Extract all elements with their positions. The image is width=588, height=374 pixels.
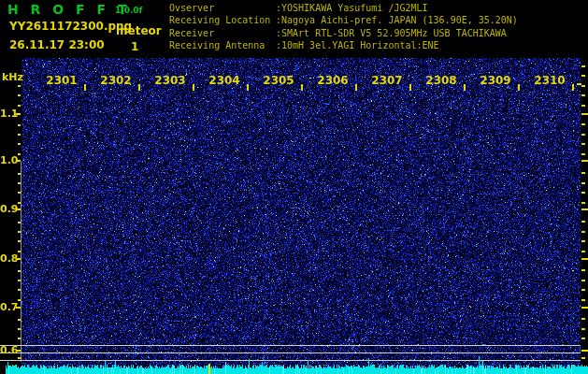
freq-unit-label: kHz xyxy=(2,71,23,83)
time-tick xyxy=(464,84,466,91)
right-freq-minor-tick xyxy=(581,280,585,281)
right-freq-major-tick xyxy=(581,258,588,260)
time-tick xyxy=(247,84,249,91)
freq-major-tick xyxy=(16,113,21,115)
right-freq-major-tick xyxy=(581,113,588,115)
capture-filename: YY2611172300.png xyxy=(9,20,132,33)
spectrogram-canvas xyxy=(0,0,588,374)
right-freq-minor-tick xyxy=(581,251,585,252)
right-freq-minor-tick xyxy=(581,269,585,271)
right-freq-major-tick xyxy=(581,209,588,210)
freq-tick-label: 1.0 xyxy=(0,154,16,166)
freq-minor-tick xyxy=(18,124,21,126)
right-freq-minor-tick xyxy=(581,240,585,242)
observer-info: Ovserver:YOSHIKAWA Yasufumi /JG2MLIRecei… xyxy=(169,2,518,52)
time-tick-label: 2303 xyxy=(154,74,185,87)
observation-datetime: 26.11.17 23:00 xyxy=(9,38,105,51)
time-tick xyxy=(518,84,520,91)
freq-minor-tick xyxy=(18,192,21,194)
info-value: :Nagoya Aichi-pref. JAPAN (136.90E, 35.2… xyxy=(276,14,518,26)
info-label: Receiving Location xyxy=(169,14,276,26)
right-freq-major-tick xyxy=(581,160,588,162)
time-tick xyxy=(301,84,303,91)
freq-minor-tick xyxy=(18,143,21,145)
right-freq-minor-tick xyxy=(581,221,585,223)
time-tick-label: 2308 xyxy=(425,74,456,87)
freq-minor-tick xyxy=(18,299,21,301)
info-label: Receiver xyxy=(169,27,276,39)
freq-minor-tick xyxy=(18,222,21,223)
freq-major-tick xyxy=(16,258,21,260)
info-line: Receiver:SMArt RTL-SDR V5 52.905MHz USB … xyxy=(169,27,518,39)
freq-minor-tick xyxy=(18,338,21,339)
freq-minor-tick xyxy=(18,85,21,87)
freq-tick-label: 0.8 xyxy=(0,252,16,265)
freq-minor-tick xyxy=(18,153,21,155)
time-tick-label: 2301 xyxy=(46,74,77,87)
time-tick xyxy=(84,84,86,91)
freq-minor-tick xyxy=(18,357,21,359)
info-value: :10mH 3el.YAGI Horizontal:ENE xyxy=(276,39,439,51)
freq-minor-tick xyxy=(18,328,21,330)
right-freq-minor-tick xyxy=(581,299,585,301)
time-tick-label: 2304 xyxy=(208,74,239,87)
info-value: :SMArt RTL-SDR V5 52.905MHz USB TACHIKAW… xyxy=(276,27,507,39)
time-tick xyxy=(138,84,140,91)
freq-tick-label: 1.1 xyxy=(0,108,16,120)
info-label: Receiving Antenna xyxy=(169,39,276,51)
freq-tick-label: 0.6 xyxy=(0,344,16,356)
app-version: 1.0.0f xyxy=(115,6,143,15)
freq-major-tick xyxy=(16,350,21,352)
hrofft-window: H R O F F T 1.0.0f YY2611172300.png mete… xyxy=(0,0,588,374)
info-value: :YOSHIKAWA Yasufumi /JG2MLI xyxy=(276,2,428,14)
right-freq-minor-tick xyxy=(581,134,585,136)
info-label: Ovserver xyxy=(169,2,276,14)
freq-minor-tick xyxy=(18,105,21,107)
right-freq-minor-tick xyxy=(581,153,585,155)
right-freq-minor-tick xyxy=(581,318,585,320)
time-tick xyxy=(409,84,411,91)
freq-major-tick xyxy=(16,209,21,210)
time-tick xyxy=(355,84,357,91)
freq-minor-tick xyxy=(18,251,21,252)
time-tick-label: 2310 xyxy=(534,74,565,87)
freq-minor-tick xyxy=(18,280,21,281)
right-freq-minor-tick xyxy=(581,202,585,204)
mode-label: meteor xyxy=(116,24,162,37)
right-freq-minor-tick xyxy=(581,94,585,96)
time-tick xyxy=(572,84,574,91)
right-freq-major-tick xyxy=(581,307,588,309)
freq-minor-tick xyxy=(18,134,21,136)
right-freq-minor-tick xyxy=(581,75,585,77)
freq-minor-tick xyxy=(18,270,21,272)
right-freq-minor-tick xyxy=(581,338,585,339)
freq-minor-tick xyxy=(18,182,21,184)
right-freq-minor-tick xyxy=(581,172,585,174)
time-tick-label: 2305 xyxy=(263,74,294,87)
freq-minor-tick xyxy=(18,173,21,175)
info-line: Receiving Antenna:10mH 3el.YAGI Horizont… xyxy=(169,39,518,51)
time-tick xyxy=(193,84,194,91)
right-freq-minor-tick xyxy=(581,143,585,145)
info-line: Ovserver:YOSHIKAWA Yasufumi /JG2MLI xyxy=(169,2,518,14)
right-freq-minor-tick xyxy=(581,357,585,359)
freq-minor-tick xyxy=(18,94,21,96)
meteor-count: 1 xyxy=(131,40,138,53)
right-freq-minor-tick xyxy=(581,65,585,67)
right-freq-minor-tick xyxy=(581,289,585,291)
right-freq-minor-tick xyxy=(581,192,585,194)
right-freq-minor-tick xyxy=(581,85,585,87)
right-freq-minor-tick xyxy=(581,123,585,125)
freq-minor-tick xyxy=(18,289,21,291)
freq-minor-tick xyxy=(18,202,21,204)
freq-minor-tick xyxy=(18,319,21,321)
freq-tick-label: 0.9 xyxy=(0,203,16,215)
time-tick-label: 2302 xyxy=(100,74,131,87)
freq-major-tick xyxy=(16,160,21,162)
freq-minor-tick xyxy=(18,240,21,242)
right-freq-minor-tick xyxy=(581,105,585,107)
freq-tick-label: 0.7 xyxy=(0,301,16,313)
app-title: H R O F F T xyxy=(7,2,130,17)
time-tick-label: 2307 xyxy=(371,74,402,87)
freq-minor-tick xyxy=(18,231,21,233)
